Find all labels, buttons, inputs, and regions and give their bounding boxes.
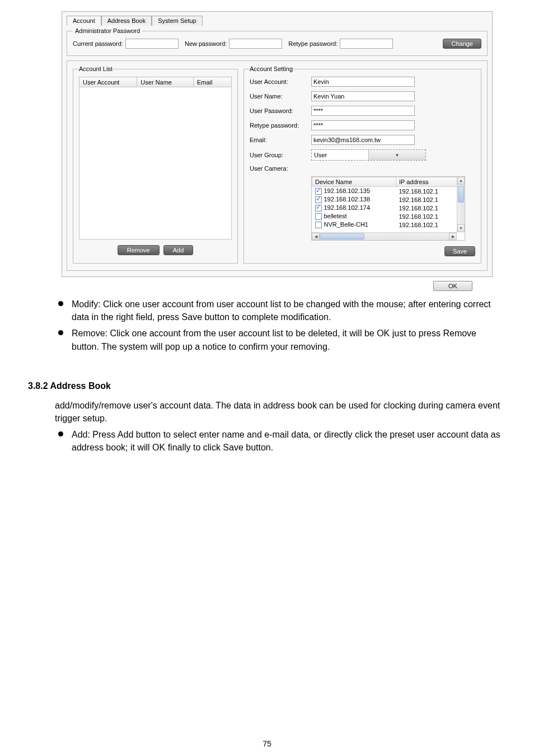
device-ip: 192.168.102.1 <box>396 220 465 229</box>
retype-password-label2: Retype password: <box>250 122 311 129</box>
scroll-left-icon[interactable]: ◀ <box>312 233 320 240</box>
chevron-down-icon: ▼ <box>368 150 425 160</box>
device-checkbox[interactable] <box>315 188 322 195</box>
col-ip-address[interactable]: IP address <box>396 177 465 187</box>
vscroll-thumb[interactable] <box>458 186 464 203</box>
hscroll-thumb[interactable] <box>320 233 364 240</box>
account-list-header: User Account User Name Email <box>79 77 232 87</box>
retype-password-label: Retype password: <box>288 40 338 47</box>
user-group-label: User Group: <box>250 152 311 158</box>
device-name: NVR_Belle-CH1 <box>324 221 368 228</box>
user-password-label: User Password: <box>250 107 311 114</box>
save-button[interactable]: Save <box>444 246 475 256</box>
page-number: 75 <box>0 739 534 748</box>
device-name: 192.168.102.135 <box>324 187 371 194</box>
col-email[interactable]: Email <box>193 77 231 87</box>
section-heading: 3.8.2 Address Book <box>28 381 506 391</box>
change-button[interactable]: Change <box>443 39 481 49</box>
col-user-name[interactable]: User Name <box>137 77 194 87</box>
tab-system-setup[interactable]: System Setup <box>152 16 202 26</box>
settings-dialog: Account Address Book System Setup Admini… <box>62 11 493 277</box>
device-ip: 192.168.102.1 <box>396 212 465 220</box>
scroll-right-icon[interactable]: ▶ <box>449 233 457 240</box>
device-row[interactable]: 192.168.102.138192.168.102.1 <box>312 195 465 204</box>
account-list-body[interactable] <box>79 87 232 240</box>
new-password-input[interactable] <box>229 39 282 49</box>
retype-password-input[interactable] <box>340 39 393 49</box>
add-button[interactable]: Add <box>163 245 194 255</box>
email-label: Email: <box>250 137 311 143</box>
user-name-label: User Name: <box>250 93 311 100</box>
account-setting-legend: Account Setting <box>250 65 293 72</box>
bullet-remove: Remove: Click one account from the user … <box>55 327 506 353</box>
remove-button[interactable]: Remove <box>118 245 160 255</box>
tab-account[interactable]: Account <box>67 16 101 26</box>
col-device-name[interactable]: Device Name <box>312 177 396 187</box>
admin-password-group: Administrator Password Current password:… <box>67 27 488 56</box>
device-checkbox[interactable] <box>315 196 322 203</box>
section-intro: add/modify/remove user's account data. T… <box>55 399 506 425</box>
user-group-value: User <box>312 152 368 158</box>
account-setting-group: Account Setting User Account: User Name:… <box>243 65 481 264</box>
device-name: 192.168.102.138 <box>324 196 371 203</box>
admin-password-legend: Administrator Password <box>73 27 142 34</box>
device-ip: 192.168.102.1 <box>396 204 465 212</box>
device-name: belletest <box>324 213 347 219</box>
device-name: 192.168.102.174 <box>324 204 371 211</box>
bullet-add: Add: Press Add button to select enter na… <box>55 428 506 454</box>
account-list-legend: Account List <box>79 65 113 72</box>
user-account-label: User Account: <box>250 78 311 85</box>
bullet-modify: Modify: Click one user account from user… <box>55 298 506 323</box>
scroll-down-icon[interactable]: ▼ <box>457 224 465 232</box>
horizontal-scrollbar[interactable]: ◀ ▶ <box>312 232 457 240</box>
device-checkbox[interactable] <box>315 205 322 212</box>
scroll-up-icon[interactable]: ▲ <box>457 177 465 185</box>
account-list-group: Account List User Account User Name Emai… <box>73 65 238 264</box>
col-user-account[interactable]: User Account <box>79 77 137 87</box>
tab-address-book[interactable]: Address Book <box>101 16 152 26</box>
device-row[interactable]: belletest192.168.102.1 <box>312 212 465 220</box>
device-ip: 192.168.102.1 <box>396 195 465 204</box>
vertical-scrollbar[interactable]: ▲ ▼ <box>457 177 465 232</box>
user-group-select[interactable]: User ▼ <box>311 149 426 161</box>
user-password-input[interactable] <box>311 106 415 116</box>
device-checkbox[interactable] <box>315 222 322 228</box>
new-password-label: New password: <box>185 40 227 47</box>
user-camera-label: User Camera: <box>250 165 311 172</box>
current-password-input[interactable] <box>125 39 179 49</box>
user-name-input[interactable] <box>311 91 415 101</box>
device-list[interactable]: Device Name IP address 192.168.102.13519… <box>311 176 465 241</box>
device-checkbox[interactable] <box>315 213 322 220</box>
device-ip: 192.168.102.1 <box>396 187 465 196</box>
email-input[interactable] <box>311 135 415 145</box>
retype-password-input2[interactable] <box>311 120 415 130</box>
device-row[interactable]: NVR_Belle-CH1192.168.102.1 <box>312 220 465 229</box>
device-row[interactable]: 192.168.102.174192.168.102.1 <box>312 204 465 212</box>
tab-strip: Account Address Book System Setup <box>67 15 488 25</box>
ok-button[interactable]: OK <box>433 281 472 291</box>
device-row[interactable]: 192.168.102.135192.168.102.1 <box>312 187 465 196</box>
current-password-label: Current password: <box>73 40 123 47</box>
user-account-input[interactable] <box>311 77 415 87</box>
accounts-container: Account List User Account User Name Emai… <box>67 60 488 271</box>
